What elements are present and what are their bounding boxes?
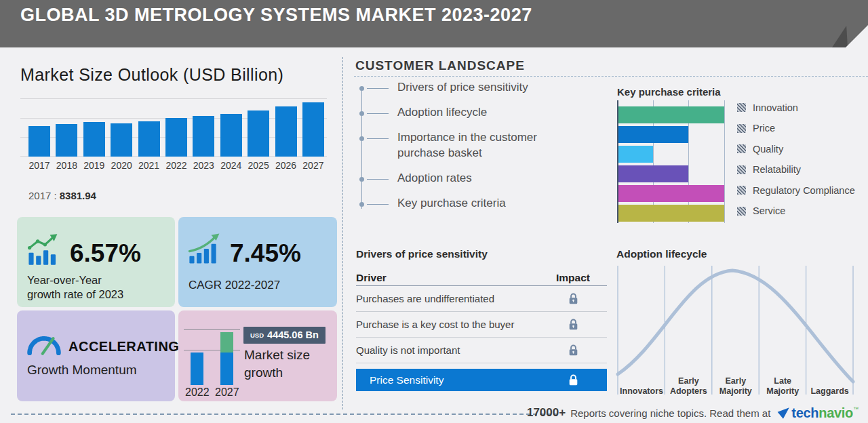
growth-amount: 4445.06 Bn <box>267 329 319 340</box>
market-bar-2026 <box>275 106 297 157</box>
legend-label: Quality <box>753 144 783 155</box>
legend-hatch-marker-icon <box>737 103 746 112</box>
stage-label-innovators: Innovators <box>618 365 665 396</box>
bullet-connector-line <box>367 138 389 139</box>
bullet-connector-line <box>367 204 389 205</box>
key-purchase-criteria-chart <box>617 100 726 223</box>
market-bar-column <box>83 122 105 157</box>
adoption-lifecycle-stage-labels: InnovatorsEarly AdoptersEarly MajorityLa… <box>616 365 861 396</box>
legend-hatch-marker-icon <box>737 207 746 216</box>
market-bar-year-label: 2024 <box>220 160 242 171</box>
market-bar-column <box>302 102 324 157</box>
customer-landscape-underline <box>354 76 868 77</box>
market-bar-year-label: 2017 <box>28 160 50 171</box>
market-bar-2023 <box>193 116 214 157</box>
legend-item-relatability: Relatability <box>737 165 855 174</box>
market-bar-year-label: 2025 <box>248 160 269 171</box>
stage-label-late-majority: Late Majority <box>759 365 806 396</box>
market-bar-2019 <box>83 122 105 157</box>
legend-item-service: Service <box>737 207 855 216</box>
growth-year-label: 2022 <box>185 386 210 399</box>
driver-column-header: Driver <box>356 272 387 284</box>
market-size-labels: 2017201820192020202120222023202420252026… <box>20 160 327 171</box>
market-bar-year-label: 2023 <box>193 160 214 171</box>
lock-icon <box>539 374 607 386</box>
landscape-list-item: Adoption lifecycle <box>359 105 583 121</box>
market-bar-column <box>193 116 214 157</box>
driver-row: Purchase is a key cost to the buyer <box>356 312 607 338</box>
landscape-item-label: Key purchase criteria <box>397 196 506 212</box>
market-bar-column <box>28 126 50 157</box>
cagr-growth-icon <box>188 233 222 264</box>
momentum-value: ACCELERATING <box>68 339 179 355</box>
page-curl-icon <box>846 25 868 47</box>
driver-label: Quality is not important <box>356 344 460 356</box>
market-bar-column <box>248 110 269 157</box>
key-purchase-criteria-title: Key purchase criteria <box>617 86 721 98</box>
landscape-list-item: Adoption rates <box>359 171 583 186</box>
footer-dashed-divider <box>11 414 557 415</box>
growth-bar-2022 <box>191 352 203 385</box>
legend-label: Innovation <box>753 102 798 113</box>
growth-momentum-card: ACCELERATING Growth Momentum <box>17 310 175 401</box>
yoy-growth-card: 6.57% Year-over-Year growth rate of 2023 <box>17 217 175 307</box>
impact-column-header: Impact <box>539 272 607 284</box>
market-size-growth-card: 2022 2027 USD4445.06 Bn Market size grow… <box>178 310 337 401</box>
bullet-connector-line <box>367 113 389 114</box>
legend-item-price: Price <box>737 124 855 133</box>
base-year-value: 2017 :8381.94 <box>28 190 96 201</box>
momentum-label: Growth Momentum <box>27 362 137 378</box>
table-rows: Purchases are undifferentiatedPurchase i… <box>356 286 607 363</box>
kpc-bar-quality <box>618 146 653 163</box>
landscape-item-label: Adoption lifecycle <box>397 105 487 121</box>
bullet-dot-icon <box>359 111 364 116</box>
market-bar-year-label: 2027 <box>302 160 324 171</box>
driver-row: Purchases are undifferentiated <box>356 286 607 312</box>
base-year-label: 2017 : <box>28 190 57 201</box>
bullet-dot-icon <box>359 177 364 182</box>
customer-landscape-list: Drivers of price sensitivityAdoption lif… <box>359 80 583 221</box>
footer: 17000+ Reports covering niche topics. Re… <box>527 404 859 422</box>
kpc-legend: InnovationPriceQualityRelatabilityRegula… <box>737 103 855 227</box>
lock-icon <box>539 292 607 306</box>
growth-bar-2027-growth-segment <box>220 332 233 352</box>
market-size-bar-chart <box>20 97 327 157</box>
market-bar-column <box>138 121 160 157</box>
vertical-section-divider <box>342 57 343 409</box>
bullet-dot-icon <box>359 202 364 207</box>
price-sensitivity-highlight-row: Price Sensitivity <box>356 369 607 391</box>
market-bar-2017 <box>28 126 50 157</box>
growth-bars-arrow-icon <box>27 233 60 266</box>
footer-text: Reports covering niche topics. Read them… <box>570 407 770 419</box>
price-sensitivity-table: Driver Impact Purchases are undifferenti… <box>356 270 607 391</box>
cagr-label: CAGR 2022-2027 <box>189 278 280 293</box>
growth-amount-badge: USD4445.06 Bn <box>243 327 326 344</box>
technavio-logo[interactable]: technavio™ <box>777 405 859 421</box>
legend-hatch-marker-icon <box>737 186 746 195</box>
landscape-list-item: Key purchase criteria <box>359 196 583 212</box>
kpc-bar-price <box>618 126 688 143</box>
legend-item-quality: Quality <box>737 144 855 153</box>
market-bar-year-label: 2019 <box>83 160 105 171</box>
highlight-label: Price Sensitivity <box>370 374 443 386</box>
technavio-arrow-icon <box>777 407 790 420</box>
growth-target-line <box>184 329 240 330</box>
stage-label-laggards: Laggards <box>806 365 854 396</box>
legend-hatch-marker-icon <box>737 124 746 133</box>
legend-label: Service <box>753 205 785 216</box>
kpc-bar-relatability <box>618 165 688 182</box>
yoy-growth-value: 6.57% <box>70 239 141 268</box>
header-bar: GLOBAL 3D METROLOGY SYSTEMS MARKET 2023-… <box>0 0 868 47</box>
market-bar-2018 <box>56 124 77 157</box>
cagr-card: 7.45% CAGR 2022-2027 <box>178 217 337 307</box>
market-bar-year-label: 2026 <box>275 160 297 171</box>
legend-hatch-marker-icon <box>737 144 746 153</box>
bullet-dot-icon <box>359 86 364 91</box>
kpc-bars <box>618 100 726 223</box>
stage-label-early-majority: Early Majority <box>712 365 760 396</box>
growth-year-label: 2027 <box>215 386 239 399</box>
table-header-row: Driver Impact <box>356 270 607 286</box>
legend-label: Regulatory Compliance <box>753 185 855 196</box>
market-bar-column <box>111 123 132 157</box>
bullet-connector-line <box>367 88 389 89</box>
